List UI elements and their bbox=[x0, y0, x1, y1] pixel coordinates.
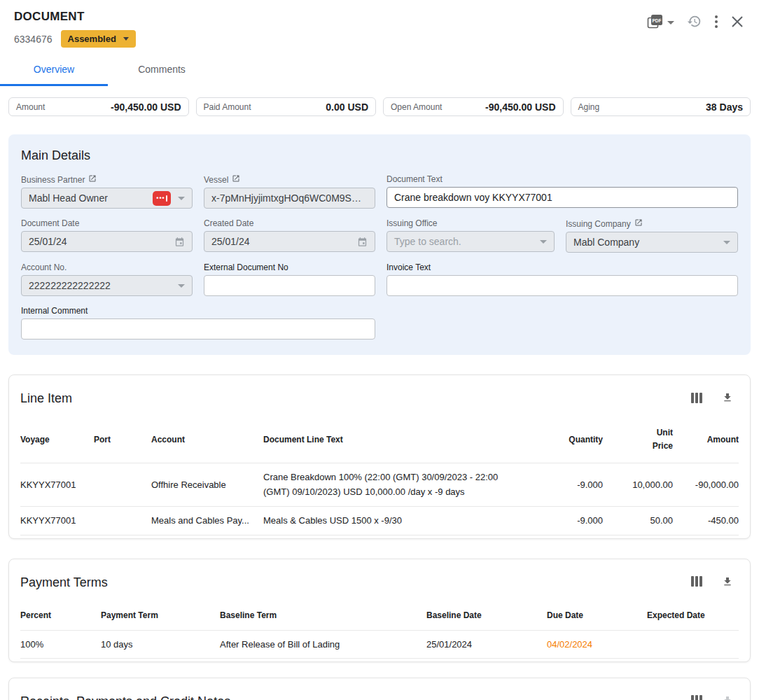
issuing-office-field: Issuing Office Type to search. bbox=[387, 218, 555, 253]
line-item-card: Line Item Voyage Port Account Document L… bbox=[8, 374, 751, 539]
internal-comment-field: Internal Comment bbox=[21, 306, 375, 340]
open-in-new-icon[interactable] bbox=[634, 218, 643, 229]
col-baseline-term: Baseline Term bbox=[220, 610, 426, 620]
status-badge-dropdown[interactable]: Assembled bbox=[61, 30, 136, 48]
invoice-text-field: Invoice Text bbox=[387, 262, 738, 296]
vessel-field: Vessel x-7pMnHjyjimtxgHOq6WC0M9SNft... bbox=[204, 174, 375, 209]
document-date-field: Document Date 25/01/24 bbox=[21, 218, 193, 253]
open-in-new-icon[interactable] bbox=[88, 174, 97, 185]
close-button[interactable] bbox=[728, 13, 746, 33]
payment-terms-card: Payment Terms Percent Payment Term Basel… bbox=[8, 559, 751, 662]
calendar-icon bbox=[357, 237, 368, 247]
issuing-company-label: Issuing Company bbox=[566, 219, 631, 229]
download-icon bbox=[722, 392, 733, 405]
account-no-label: Account No. bbox=[21, 262, 67, 272]
line-item-header-row: Voyage Port Account Document Line Text Q… bbox=[20, 412, 739, 463]
col-port: Port bbox=[94, 435, 151, 444]
created-date-field: Created Date 25/01/24 bbox=[204, 218, 375, 253]
amount-value: -90,450.00 USD bbox=[111, 102, 181, 113]
document-text-label: Document Text bbox=[387, 174, 443, 184]
more-options-button[interactable] bbox=[711, 12, 721, 34]
aging-card: Aging 38 Days bbox=[571, 97, 751, 116]
document-text-input[interactable] bbox=[394, 192, 730, 203]
receipts-title: Receipts, Payments and Credit Notes bbox=[20, 694, 230, 700]
view-column-icon bbox=[691, 695, 702, 700]
business-partner-field: Business Partner Mabl Head Owner ••• bbox=[21, 174, 193, 209]
caret-down-icon bbox=[540, 240, 547, 244]
download-button[interactable] bbox=[719, 573, 736, 592]
col-due-date: Due Date bbox=[547, 610, 647, 620]
caret-down-icon bbox=[723, 241, 730, 244]
col-amount: Amount bbox=[673, 435, 739, 444]
col-percent: Percent bbox=[20, 610, 101, 620]
created-date-label: Created Date bbox=[204, 218, 253, 228]
document-date-input[interactable]: 25/01/24 bbox=[21, 231, 193, 252]
col-unit-price: Unit Price bbox=[642, 426, 673, 453]
pdf-icon: PDF bbox=[647, 14, 664, 31]
issuing-office-select[interactable]: Type to search. bbox=[387, 231, 555, 252]
download-icon bbox=[722, 695, 733, 700]
line-item-row[interactable]: KKYYX77001 Meals and Cables Pay... Meals… bbox=[20, 506, 739, 536]
due-date-value: 04/02/2024 bbox=[547, 639, 647, 650]
col-baseline-date: Baseline Date bbox=[426, 610, 547, 620]
status-badge-label: Assembled bbox=[68, 34, 116, 44]
aging-label: Aging bbox=[578, 102, 600, 112]
external-document-no-label: External Document No bbox=[204, 262, 288, 272]
issuing-office-label: Issuing Office bbox=[387, 218, 437, 228]
external-document-no-field: External Document No bbox=[204, 262, 375, 296]
internal-comment-input[interactable] bbox=[29, 323, 368, 335]
caret-down-icon bbox=[667, 21, 674, 24]
page-title: DOCUMENT bbox=[14, 10, 745, 24]
calendar-icon bbox=[174, 237, 185, 247]
tab-overview[interactable]: Overview bbox=[0, 56, 108, 86]
line-item-row[interactable]: KKYYX77001 Offhire Receivable Crane Brea… bbox=[20, 463, 739, 505]
account-no-field: Account No. 222222222222222 bbox=[21, 262, 193, 296]
column-settings-button[interactable] bbox=[688, 573, 705, 592]
vessel-label: Vessel bbox=[204, 175, 228, 185]
col-expected-date: Expected Date bbox=[647, 610, 739, 620]
caret-down-icon bbox=[178, 197, 185, 200]
download-button-disabled bbox=[719, 692, 736, 700]
column-settings-button[interactable] bbox=[688, 390, 705, 408]
internal-comment-label: Internal Comment bbox=[21, 306, 88, 316]
document-header: DOCUMENT 6334676 Assembled PDF bbox=[0, 0, 759, 48]
password-manager-icon[interactable]: ••• bbox=[153, 191, 171, 206]
vessel-input[interactable]: x-7pMnHjyjimtxgHOq6WC0M9SNft... bbox=[204, 188, 375, 209]
kebab-menu-icon bbox=[714, 15, 718, 31]
open-in-new-icon[interactable] bbox=[232, 174, 240, 185]
main-details-panel: Main Details Business Partner Mabl Head … bbox=[8, 134, 751, 355]
pdf-export-button[interactable]: PDF bbox=[644, 11, 677, 34]
invoice-text-label: Invoice Text bbox=[387, 262, 431, 272]
column-settings-button[interactable] bbox=[688, 692, 705, 700]
created-date-input[interactable]: 25/01/24 bbox=[204, 231, 375, 252]
tab-bar: Overview Comments bbox=[0, 56, 759, 86]
svg-text:PDF: PDF bbox=[653, 18, 662, 23]
receipts-card: Receipts, Payments and Credit Notes Docu… bbox=[8, 678, 751, 700]
invoice-text-input[interactable] bbox=[394, 280, 730, 291]
issuing-company-select[interactable]: Mabl Company bbox=[566, 232, 738, 253]
close-icon bbox=[731, 15, 744, 30]
business-partner-select[interactable]: Mabl Head Owner ••• bbox=[21, 188, 193, 209]
tab-comments[interactable]: Comments bbox=[108, 56, 216, 86]
external-document-no-input[interactable] bbox=[211, 280, 368, 291]
open-amount-value: -90,450.00 USD bbox=[485, 102, 555, 113]
aging-value: 38 Days bbox=[706, 102, 743, 113]
col-account: Account bbox=[151, 435, 263, 444]
summary-cards: Amount -90,450.00 USD Paid Amount 0.00 U… bbox=[8, 97, 751, 116]
amount-label: Amount bbox=[16, 102, 45, 112]
paid-amount-card: Paid Amount 0.00 USD bbox=[196, 97, 377, 116]
open-amount-label: Open Amount bbox=[391, 102, 442, 112]
open-amount-card: Open Amount -90,450.00 USD bbox=[383, 97, 564, 116]
account-no-select[interactable]: 222222222222222 bbox=[21, 275, 193, 296]
issuing-company-field: Issuing Company Mabl Company bbox=[566, 218, 738, 253]
view-column-icon bbox=[691, 393, 702, 405]
document-date-label: Document Date bbox=[21, 218, 79, 228]
payment-terms-row[interactable]: 100% 10 days After Release of Bill of La… bbox=[20, 630, 739, 659]
view-column-icon bbox=[691, 576, 702, 589]
document-text-field: Document Text bbox=[387, 174, 738, 209]
amount-card: Amount -90,450.00 USD bbox=[8, 97, 189, 116]
history-button[interactable] bbox=[684, 11, 704, 34]
line-item-title: Line Item bbox=[20, 391, 72, 406]
download-button[interactable] bbox=[719, 389, 736, 408]
col-quantity: Quantity bbox=[543, 435, 603, 444]
